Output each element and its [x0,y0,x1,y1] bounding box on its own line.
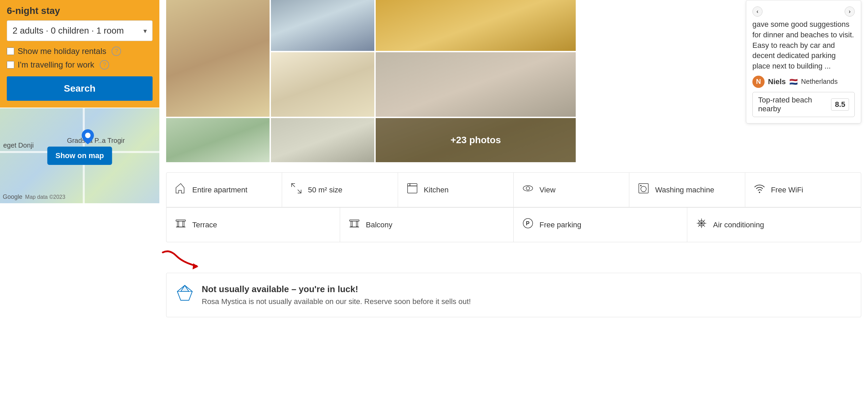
map-data-label: Map data ©2023 [25,194,65,200]
lucky-title: Not usually available – you're in luck! [202,284,471,295]
svg-marker-27 [181,285,189,291]
photo-4 [271,52,374,117]
holiday-rentals-label: Show me holiday rentals [18,46,106,56]
svg-rect-11 [177,221,179,227]
work-travel-checkbox[interactable] [7,61,14,69]
svg-point-5 [526,187,530,190]
amenity-washing-machine: Washing machine [629,173,745,207]
red-arrow-icon [156,246,203,273]
photo-1 [271,0,374,51]
reviewer-avatar: N [752,76,765,88]
photo-6 [166,118,270,162]
washing-machine-icon [637,182,650,197]
reviewer-row: N Niels 🇳🇱 Netherlands [752,76,855,88]
amenity-air-conditioning: Air conditioning [687,207,861,242]
svg-rect-15 [351,221,352,227]
svg-rect-13 [176,227,185,227]
svg-point-9 [759,192,760,193]
map-place-label-1: eget Donji [3,141,34,149]
photo-8-with-count[interactable]: +23 photos [376,118,576,162]
amenity-kitchen-label: Kitchen [424,186,449,194]
amenity-wifi: Free WiFi [745,173,861,207]
svg-rect-12 [183,221,184,227]
svg-rect-3 [410,184,410,186]
stay-label: 6-night stay [7,0,153,20]
kitchen-icon [406,182,418,197]
chevron-down-icon: ▾ [143,27,147,35]
air-conditioning-icon [695,217,708,232]
review-text: gave some good suggestions for dinner an… [752,19,855,72]
map-footer: Google Map data ©2023 [3,193,65,201]
sidebar: 6-night stay 2 adults · 0 children · 1 r… [0,0,159,398]
photo-7 [271,118,374,162]
svg-point-8 [640,185,642,186]
terrace-icon [175,217,187,232]
map-place-label-2: Gradska P..a Trogir [67,137,125,145]
page-container: 6-night stay 2 adults · 0 children · 1 r… [0,0,868,398]
amenity-view-label: View [539,186,555,194]
review-carousel-controls: ‹ › [752,6,855,17]
guest-selector[interactable]: 2 adults · 0 children · 1 room ▾ [7,20,153,41]
google-logo: Google [3,193,22,201]
amenity-parking-label: Free parking [539,221,581,229]
photo-2 [376,0,576,51]
amenity-terrace: Terrace [166,207,340,242]
amenity-size: 50 m² size [282,173,398,207]
view-icon [522,182,534,197]
svg-rect-16 [356,221,358,227]
amenity-size-label: 50 m² size [308,186,342,194]
arrow-container [166,246,861,266]
diamond-icon [176,284,194,305]
amenity-washing-machine-label: Washing machine [655,186,714,194]
amenities-row-1: Entire apartment 50 m² size [166,172,861,207]
guest-selector-text: 2 adults · 0 children · 1 room [13,25,124,36]
svg-rect-2 [408,186,417,186]
amenities-section: Entire apartment 50 m² size [166,172,861,242]
holiday-rentals-checkbox[interactable] [7,48,14,55]
beach-label: Top-rated beach nearby [758,96,827,113]
photo-5 [376,52,576,117]
balcony-icon [348,217,360,232]
size-icon [290,182,302,197]
carousel-prev-button[interactable]: ‹ [752,6,763,17]
amenity-air-conditioning-label: Air conditioning [713,221,764,229]
svg-point-7 [641,186,646,192]
review-panel: ‹ › gave some good suggestions for dinne… [746,0,861,124]
entire-apartment-icon [175,182,187,197]
amenity-terrace-label: Terrace [192,221,217,229]
amenity-balcony: Balcony [340,207,514,242]
beach-score: 8.5 [831,98,849,111]
lucky-description: Rosa Mystica is not usually available on… [202,297,471,306]
reviewer-flag-icon: 🇳🇱 [789,78,798,86]
map-container: eget Donji Gradska P..a Trogir Show on m… [0,108,159,203]
amenity-view: View [514,173,629,207]
svg-rect-1 [408,184,417,193]
search-button[interactable]: Search [7,76,153,101]
amenity-entire-apartment-label: Entire apartment [192,186,248,194]
photo-section: +23 photos ‹ › gave some good suggestion… [166,0,861,162]
amenity-wifi-label: Free WiFi [771,186,803,194]
work-travel-row: I'm travelling for work ? [7,60,153,70]
carousel-next-button[interactable]: › [845,6,855,17]
photo-3-large [166,0,270,117]
photo-count-overlay[interactable]: +23 photos [376,118,576,162]
work-travel-info-icon[interactable]: ? [100,60,109,70]
holiday-rentals-info-icon[interactable]: ? [112,46,121,56]
main-content: +23 photos ‹ › gave some good suggestion… [159,0,868,398]
show-on-map-button[interactable]: Show on map [47,147,112,165]
search-panel: 6-night stay 2 adults · 0 children · 1 r… [0,0,159,108]
svg-marker-25 [193,263,198,269]
work-travel-label: I'm travelling for work [18,60,94,70]
amenity-entire-apartment: Entire apartment [166,173,282,207]
wifi-icon [753,182,766,197]
amenity-parking: P Free parking [514,207,687,242]
map-pin-icon [82,129,94,144]
reviewer-name: Niels [768,77,786,86]
lucky-notice: Not usually available – you're in luck! … [166,273,861,317]
holiday-rentals-row: Show me holiday rentals ? [7,46,153,56]
beach-badge: Top-rated beach nearby 8.5 [752,92,855,117]
amenities-row-2: Terrace Balcony [166,207,861,242]
svg-text:P: P [526,221,530,226]
amenity-balcony-label: Balcony [366,221,392,229]
parking-icon: P [522,217,534,232]
